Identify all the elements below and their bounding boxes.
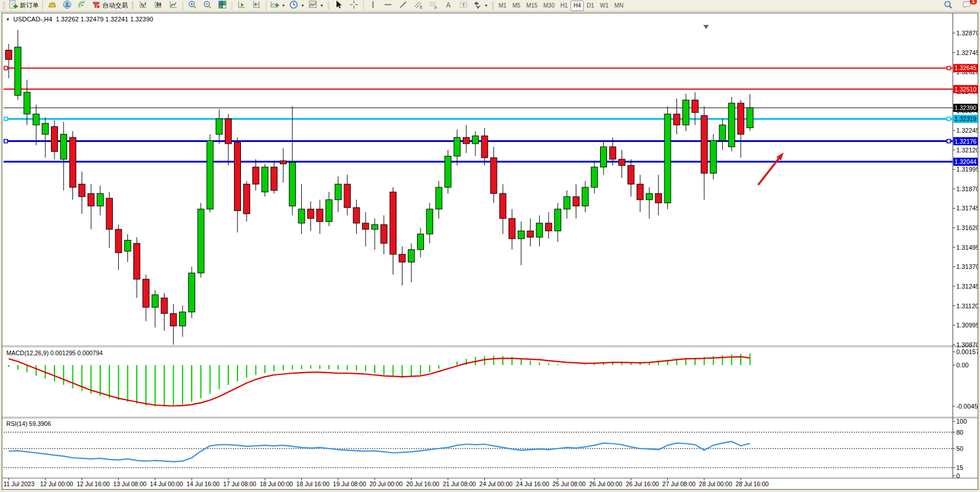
time-axis-label: 24 Jul 00:00: [480, 480, 513, 487]
tile-windows-button[interactable]: [215, 0, 230, 12]
arrows-tool-button[interactable]: ▼: [471, 0, 490, 12]
text-label-tool-button[interactable]: T: [456, 0, 471, 12]
chevron-down-icon: ▼: [484, 3, 488, 8]
line-handle[interactable]: [4, 66, 8, 70]
candle-body: [42, 123, 49, 134]
price-lines[interactable]: [3, 68, 953, 162]
candle-body: [710, 141, 716, 173]
candle-body: [637, 184, 643, 200]
candle-body: [225, 119, 232, 144]
candle-body: [418, 234, 424, 250]
timeframe-m5-button[interactable]: M5: [510, 1, 524, 11]
new-order-button[interactable]: 新订单: [7, 0, 41, 12]
crosshair-tool-button[interactable]: [346, 0, 361, 12]
chart-window[interactable]: ▼ USDCAD-,H4 1.32262 1.32479 1.32241 1.3…: [2, 13, 978, 490]
search-icon: [944, 0, 953, 12]
svg-text:1.32120: 1.32120: [956, 147, 978, 154]
autotrading-button[interactable]: 自动交易: [90, 0, 130, 12]
zoom-out-button[interactable]: [200, 0, 215, 12]
mt4-terminal: 新订单 自动交易: [0, 0, 980, 492]
candle-body: [289, 162, 295, 206]
notifications-button[interactable]: 1: [959, 0, 974, 12]
line-chart-mode-button[interactable]: [166, 0, 181, 12]
time-axis[interactable]: 11 Jul 202312 Jul 00:0012 Jul 16:0013 Ju…: [3, 478, 769, 487]
line-handle[interactable]: [947, 117, 950, 121]
chart-shift-marker[interactable]: [703, 25, 709, 29]
vertical-line-tool-button[interactable]: [365, 0, 381, 12]
community-button[interactable]: [60, 0, 75, 12]
arrow-annotation[interactable]: [758, 152, 784, 185]
equidistant-channel-tool-button[interactable]: E: [411, 0, 426, 12]
toolbar-gripper[interactable]: [3, 2, 5, 10]
candle-body: [664, 114, 671, 203]
svg-text:A: A: [446, 1, 451, 9]
signals-button[interactable]: [75, 0, 90, 12]
trendline-tool-button[interactable]: [396, 0, 411, 12]
zoom-out-icon: [203, 0, 212, 12]
search-button[interactable]: [941, 0, 956, 12]
time-axis-label: 24 Jul 16:00: [516, 480, 549, 487]
candle-body: [14, 47, 21, 95]
toolbar-separator: [266, 1, 266, 10]
timeframe-w1-button[interactable]: W1: [597, 1, 612, 11]
candle-body: [353, 207, 360, 223]
rsi-panel[interactable]: 1008050150: [3, 418, 967, 479]
line-handle[interactable]: [947, 66, 950, 70]
clock-icon: [289, 0, 298, 12]
new-order-label: 新订单: [20, 1, 39, 10]
text-tool-button[interactable]: A: [441, 0, 456, 12]
candle-body: [601, 147, 607, 167]
macd-panel[interactable]: 0.0015750.00-0.004588: [9, 348, 978, 410]
horizontal-line-tool-button[interactable]: [381, 0, 396, 12]
timeframe-mn-button[interactable]: MN: [612, 1, 627, 11]
candle-body: [170, 314, 177, 326]
fibonacci-tool-button[interactable]: F: [426, 0, 441, 12]
toolbar-gripper[interactable]: [327, 2, 330, 10]
toolbar-gripper[interactable]: [131, 2, 134, 10]
timeframe-m15-button[interactable]: M15: [524, 1, 540, 11]
time-axis-label: 27 Jul 08:00: [663, 480, 696, 487]
text-icon: A: [444, 0, 453, 12]
candle-body: [445, 156, 451, 187]
arrows-icon: [473, 0, 482, 12]
candle-body: [106, 198, 112, 229]
candle-body: [24, 92, 30, 114]
timeframe-m1-button[interactable]: M1: [496, 1, 510, 11]
trendline-icon: [398, 0, 408, 12]
line-handle[interactable]: [4, 140, 8, 143]
toolbar-separator: [232, 1, 232, 10]
timeframe-h4-button[interactable]: H4: [571, 1, 584, 11]
candle-body: [408, 250, 415, 263]
toolbar-gripper[interactable]: [492, 2, 494, 10]
line-handle[interactable]: [947, 140, 950, 143]
timeframe-m30-button[interactable]: M30: [540, 1, 557, 11]
svg-text:E: E: [420, 5, 423, 9]
time-axis-label: 12 Jul 16:00: [76, 480, 109, 487]
timeframe-d1-button[interactable]: D1: [584, 1, 597, 11]
candle-body: [180, 312, 186, 326]
svg-text:1.32044: 1.32044: [955, 158, 977, 165]
toolbar-separator: [42, 1, 43, 10]
candle-body: [491, 158, 497, 194]
bar-chart-mode-button[interactable]: [136, 0, 151, 12]
candle-body: [436, 187, 442, 209]
gold-button[interactable]: [45, 0, 60, 12]
periods-button[interactable]: ▼: [287, 0, 306, 12]
timeframe-h1-button[interactable]: H1: [557, 1, 571, 11]
chart-canvas[interactable]: 1.328701.327451.326201.324951.323701.322…: [2, 13, 978, 489]
templates-button[interactable]: ▼: [306, 0, 326, 12]
zoom-in-button[interactable]: [185, 0, 200, 12]
svg-text:1.32870: 1.32870: [956, 30, 978, 37]
auto-scroll-button[interactable]: [234, 0, 249, 12]
candle-body: [674, 114, 680, 125]
chart-shift-button[interactable]: [249, 0, 264, 12]
tile-windows-icon: [218, 0, 227, 12]
candle-body: [390, 192, 396, 254]
main-toolbar: 新订单 自动交易: [0, 0, 980, 12]
cursor-tool-button[interactable]: [331, 0, 346, 12]
candlestick-mode-button[interactable]: [151, 0, 166, 12]
indicators-button[interactable]: ▼: [268, 0, 287, 12]
line-handle[interactable]: [4, 117, 8, 121]
candle-body: [363, 223, 369, 229]
auto-scroll-icon: [237, 0, 246, 12]
